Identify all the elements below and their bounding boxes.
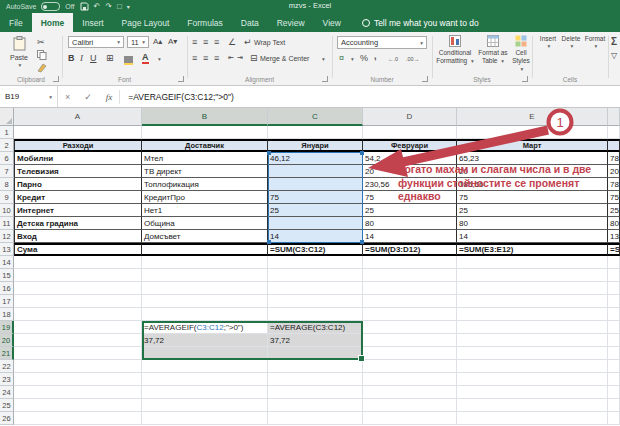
cell-F6[interactable]: 78, bbox=[608, 152, 620, 165]
spreadsheet-grid[interactable]: ABCDE12678910111213141516171819202122232… bbox=[0, 108, 620, 426]
cell-C24[interactable] bbox=[268, 386, 363, 399]
cell-D15[interactable] bbox=[363, 269, 457, 282]
merge-center-label[interactable]: Merge & Center bbox=[260, 55, 309, 62]
cell-D17[interactable] bbox=[363, 295, 457, 308]
cell-D1[interactable] bbox=[363, 126, 457, 139]
cell-C10[interactable]: 25 bbox=[268, 204, 363, 217]
cell-B25[interactable] bbox=[142, 399, 268, 412]
row-header-7[interactable]: 7 bbox=[0, 165, 14, 178]
cell-E25[interactable] bbox=[457, 399, 608, 412]
align-right-icon[interactable]: ≡ bbox=[214, 54, 219, 63]
cell-E21[interactable] bbox=[457, 347, 608, 360]
fill-color-icon[interactable] bbox=[124, 56, 133, 65]
cell-C25[interactable] bbox=[268, 399, 363, 412]
cell-E26[interactable] bbox=[457, 412, 608, 425]
tab-formulas[interactable]: Formulas bbox=[178, 13, 231, 32]
cell-D10[interactable]: 25 bbox=[363, 204, 457, 217]
row-header-2[interactable]: 2 bbox=[0, 139, 14, 152]
cell-B22[interactable] bbox=[142, 360, 268, 373]
underline-button[interactable]: U bbox=[90, 54, 97, 63]
cell-A17[interactable] bbox=[14, 295, 142, 308]
cell-A15[interactable] bbox=[14, 269, 142, 282]
row-header-6[interactable]: 6 bbox=[0, 152, 14, 165]
cell-F12[interactable]: 13, bbox=[608, 230, 620, 243]
cell-C6[interactable]: 46,12 bbox=[268, 152, 363, 165]
cell-D9[interactable]: 75 bbox=[363, 191, 457, 204]
cell-A16[interactable] bbox=[14, 282, 142, 295]
tab-data[interactable]: Data bbox=[232, 13, 268, 32]
enter-icon[interactable]: ✓ bbox=[84, 92, 92, 102]
number-format-select[interactable]: Accounting▾ bbox=[337, 36, 427, 49]
align-center-icon[interactable]: ≡ bbox=[203, 54, 208, 63]
cell-A26[interactable] bbox=[14, 412, 142, 425]
cell-B15[interactable] bbox=[142, 269, 268, 282]
cell-A23[interactable] bbox=[14, 373, 142, 386]
cell-D12[interactable]: 14 bbox=[363, 230, 457, 243]
cell-B10[interactable]: Нет1 bbox=[142, 204, 268, 217]
tab-file[interactable]: File bbox=[0, 13, 32, 32]
cell-D19[interactable] bbox=[363, 321, 457, 334]
cell-D6[interactable]: 54,2 bbox=[363, 152, 457, 165]
cell-D21[interactable] bbox=[363, 347, 457, 360]
cell-F8[interactable]: 78, bbox=[608, 178, 620, 191]
row-header-17[interactable]: 17 bbox=[0, 295, 14, 308]
cell-C13[interactable]: =SUM(C3:C12) bbox=[268, 243, 363, 256]
cell-C12[interactable]: 14 bbox=[268, 230, 363, 243]
row-header-26[interactable]: 26 bbox=[0, 412, 14, 425]
cell-E20[interactable] bbox=[457, 334, 608, 347]
cell-C22[interactable] bbox=[268, 360, 363, 373]
cell-C8[interactable] bbox=[268, 178, 363, 191]
cell-B19[interactable]: =AVERAGEIF(C3:C12;">0") bbox=[142, 321, 268, 334]
cell-C15[interactable] bbox=[268, 269, 363, 282]
cell-F23[interactable] bbox=[608, 373, 620, 386]
cancel-icon[interactable]: × bbox=[65, 92, 70, 102]
cell-C19[interactable]: =AVERAGE(C3:C12) bbox=[268, 321, 363, 334]
cell-C18[interactable] bbox=[268, 308, 363, 321]
cell-B11[interactable]: Община bbox=[142, 217, 268, 230]
column-header-C[interactable]: C bbox=[268, 108, 363, 126]
column-header-D[interactable]: D bbox=[363, 108, 457, 126]
cell-E17[interactable] bbox=[457, 295, 608, 308]
italic-button[interactable]: I bbox=[80, 54, 83, 63]
cell-F19[interactable] bbox=[608, 321, 620, 334]
cell-F25[interactable] bbox=[608, 399, 620, 412]
column-header-B[interactable]: B bbox=[142, 108, 268, 126]
cell-A21[interactable] bbox=[14, 347, 142, 360]
accounting-format-icon[interactable]: ¤ bbox=[339, 54, 344, 63]
cell-C26[interactable] bbox=[268, 412, 363, 425]
cell-D24[interactable] bbox=[363, 386, 457, 399]
cell-C11[interactable] bbox=[268, 217, 363, 230]
cell-A19[interactable] bbox=[14, 321, 142, 334]
decrease-font-icon[interactable]: A▾ bbox=[168, 38, 177, 46]
select-all-corner[interactable] bbox=[0, 108, 14, 126]
cell-styles-button[interactable]: Cell Styles ▾ bbox=[509, 35, 533, 74]
cell-A1[interactable] bbox=[14, 126, 142, 139]
percent-style-icon[interactable]: % bbox=[360, 54, 368, 63]
cell-B26[interactable] bbox=[142, 412, 268, 425]
column-header-F[interactable] bbox=[608, 108, 620, 126]
format-as-table-button[interactable]: Format as Table ▾ bbox=[477, 35, 509, 65]
cell-B14[interactable] bbox=[142, 256, 268, 269]
cell-A2[interactable]: Разходи bbox=[14, 139, 142, 152]
tell-me-box[interactable]: Tell me what you want to do bbox=[362, 13, 479, 32]
cell-D26[interactable] bbox=[363, 412, 457, 425]
row-header-9[interactable]: 9 bbox=[0, 191, 14, 204]
bold-button[interactable]: B bbox=[68, 54, 75, 63]
cell-A12[interactable]: Вход bbox=[14, 230, 142, 243]
cell-D11[interactable]: 80 bbox=[363, 217, 457, 230]
cell-C20[interactable]: 37,72 bbox=[268, 334, 363, 347]
cell-E24[interactable] bbox=[457, 386, 608, 399]
cell-E18[interactable] bbox=[457, 308, 608, 321]
cell-B7[interactable]: ТВ директ bbox=[142, 165, 268, 178]
cell-F26[interactable] bbox=[608, 412, 620, 425]
cell-B18[interactable] bbox=[142, 308, 268, 321]
cell-F14[interactable] bbox=[608, 256, 620, 269]
cell-C2[interactable]: Януари bbox=[268, 139, 363, 152]
row-header-21[interactable]: 21 bbox=[0, 347, 14, 360]
cell-D2[interactable]: Февруари bbox=[363, 139, 457, 152]
format-cells-button[interactable]: Format▾ bbox=[583, 35, 607, 49]
paste-button[interactable]: Paste▾ bbox=[6, 36, 32, 76]
cell-B12[interactable]: Домсъвет bbox=[142, 230, 268, 243]
cell-C1[interactable] bbox=[268, 126, 363, 139]
merge-caret-icon[interactable]: ▾ bbox=[322, 57, 325, 63]
